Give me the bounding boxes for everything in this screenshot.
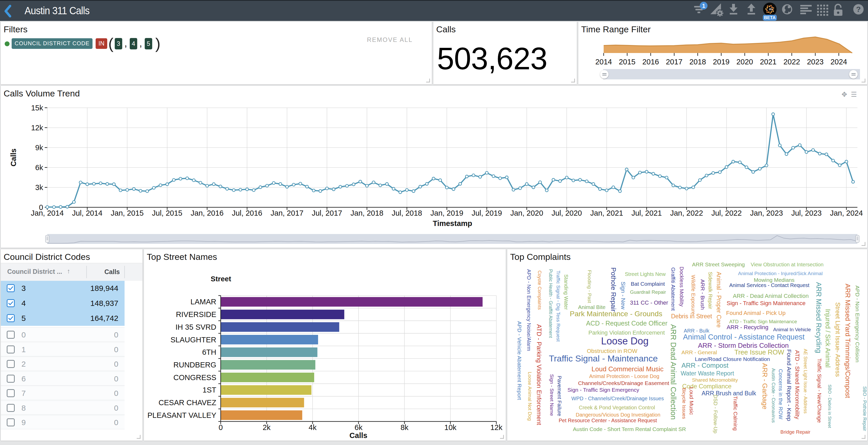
svg-text:2021: 2021 — [760, 58, 777, 66]
svg-text:RIVERSIDE: RIVERSIDE — [176, 310, 216, 319]
svg-text:Jul, 2021: Jul, 2021 — [631, 209, 662, 217]
svg-text:Jul, 2017: Jul, 2017 — [312, 209, 342, 217]
svg-text:Jul, 2023: Jul, 2023 — [791, 209, 822, 217]
svg-text:Jan, 2018: Jan, 2018 — [350, 209, 383, 217]
svg-text:0: 0 — [219, 423, 223, 432]
svg-text:2019: 2019 — [713, 58, 730, 66]
svg-text:2023: 2023 — [807, 58, 824, 66]
svg-text:Jul, 2018: Jul, 2018 — [392, 209, 422, 217]
svg-text:6k: 6k — [35, 164, 43, 172]
svg-text:Jan, 2014: Jan, 2014 — [31, 209, 64, 217]
svg-text:2018: 2018 — [689, 58, 706, 66]
svg-text:4k: 4k — [309, 423, 316, 432]
svg-text:Jan, 2024: Jan, 2024 — [830, 209, 863, 217]
svg-text:Jan, 2022: Jan, 2022 — [670, 209, 703, 217]
svg-text:Jul, 2022: Jul, 2022 — [711, 209, 742, 217]
svg-text:Timestamp: Timestamp — [433, 219, 472, 228]
svg-text:Jan, 2016: Jan, 2016 — [191, 209, 223, 217]
svg-text:2015: 2015 — [619, 58, 636, 66]
svg-text:BETA: BETA — [764, 15, 775, 20]
svg-text:IH 35 SVRD: IH 35 SVRD — [176, 323, 216, 331]
svg-text:Jul, 2014: Jul, 2014 — [72, 209, 102, 217]
svg-text:Jul, 2016: Jul, 2016 — [232, 209, 262, 217]
svg-text:2024: 2024 — [831, 58, 847, 66]
svg-text:Jan, 2023: Jan, 2023 — [750, 209, 783, 217]
svg-text:1ST: 1ST — [203, 386, 216, 394]
svg-text:12k: 12k — [490, 423, 502, 432]
svg-text:SLAUGHTER: SLAUGHTER — [170, 336, 216, 344]
svg-text:CESAR CHAVEZ: CESAR CHAVEZ — [159, 398, 216, 407]
svg-text:6k: 6k — [354, 423, 363, 432]
svg-text:6TH: 6TH — [202, 348, 216, 356]
svg-text:12k: 12k — [31, 124, 43, 132]
svg-text:Jul, 2020: Jul, 2020 — [552, 209, 582, 217]
svg-text:Jan, 2020: Jan, 2020 — [510, 209, 543, 217]
svg-text:15k: 15k — [31, 104, 43, 112]
svg-text:?: ? — [856, 5, 861, 13]
svg-text:Jan, 2017: Jan, 2017 — [271, 209, 303, 217]
svg-text:Calls: Calls — [9, 148, 18, 166]
svg-text:Jan, 2015: Jan, 2015 — [111, 209, 144, 217]
svg-text:PLEASANT VALLEY: PLEASANT VALLEY — [147, 411, 216, 419]
svg-text:1: 1 — [702, 3, 705, 9]
svg-text:LAMAR: LAMAR — [190, 298, 216, 306]
svg-text:Jul, 2015: Jul, 2015 — [152, 209, 182, 217]
svg-text:Jan, 2021: Jan, 2021 — [590, 209, 623, 217]
svg-text:Calls: Calls — [349, 431, 367, 440]
svg-text:AI: AI — [769, 7, 772, 11]
svg-text:Jul, 2019: Jul, 2019 — [472, 209, 502, 217]
svg-text:RUNDBERG: RUNDBERG — [174, 361, 216, 369]
svg-text:8k: 8k — [401, 423, 408, 432]
svg-text:2022: 2022 — [783, 58, 800, 66]
svg-text:2014: 2014 — [595, 58, 612, 66]
svg-text:Street: Street — [211, 275, 231, 283]
svg-text:2017: 2017 — [666, 58, 683, 66]
svg-text:2k: 2k — [262, 423, 271, 432]
svg-text:2016: 2016 — [643, 58, 659, 66]
svg-text:10k: 10k — [444, 423, 457, 432]
svg-text:9k: 9k — [35, 144, 43, 152]
svg-text:2020: 2020 — [737, 58, 753, 66]
svg-text:CONGRESS: CONGRESS — [174, 374, 216, 382]
svg-text:3k: 3k — [35, 183, 43, 191]
svg-text:Jan, 2019: Jan, 2019 — [431, 209, 463, 217]
